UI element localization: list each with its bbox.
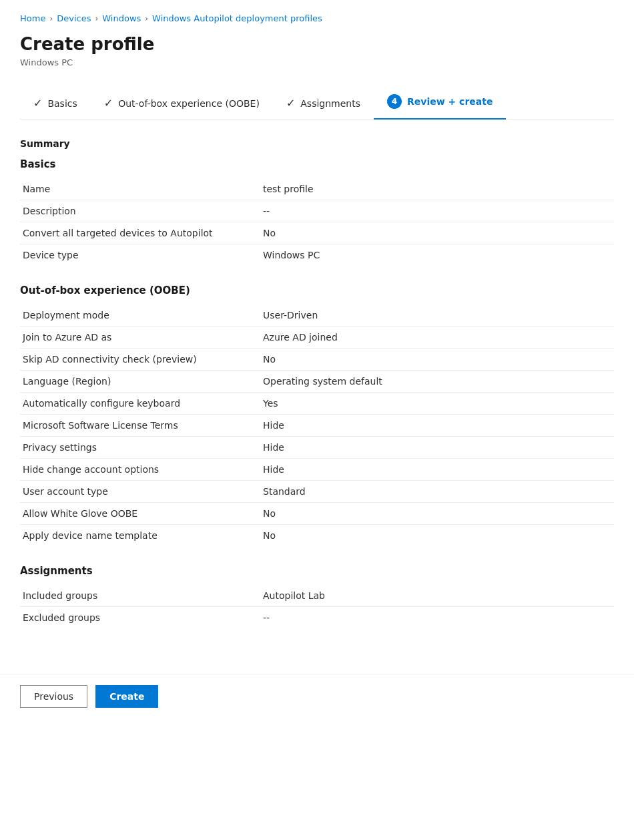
- row-label: Name: [20, 178, 260, 200]
- row-label: Allow White Glove OOBE: [20, 503, 260, 525]
- tab-basics[interactable]: ✓ Basics: [20, 89, 91, 119]
- table-row: Description--: [20, 200, 614, 222]
- basics-table: Nametest profileDescription--Convert all…: [20, 178, 614, 266]
- basics-section-title: Basics: [20, 158, 614, 170]
- row-value: No: [260, 349, 614, 371]
- table-row: Apply device name templateNo: [20, 525, 614, 547]
- assignments-table: Included groupsAutopilot LabExcluded gro…: [20, 585, 614, 628]
- table-row: Language (Region)Operating system defaul…: [20, 371, 614, 393]
- breadcrumb-home[interactable]: Home: [20, 13, 45, 23]
- row-value: Operating system default: [260, 371, 614, 393]
- breadcrumb-sep-3: ›: [145, 14, 148, 23]
- bottom-bar: Previous Create: [0, 674, 634, 718]
- row-value: --: [260, 200, 614, 222]
- row-value: No: [260, 525, 614, 547]
- tab-oobe[interactable]: ✓ Out-of-box experience (OOBE): [91, 89, 273, 119]
- table-row: Included groupsAutopilot Lab: [20, 585, 614, 607]
- previous-button[interactable]: Previous: [20, 685, 87, 708]
- table-row: Excluded groups--: [20, 607, 614, 629]
- oobe-section: Out-of-box experience (OOBE) Deployment …: [20, 284, 614, 546]
- row-value: Azure AD joined: [260, 327, 614, 349]
- tab-review[interactable]: 4 Review + create: [374, 86, 506, 120]
- table-row: User account typeStandard: [20, 481, 614, 503]
- breadcrumb-profiles[interactable]: Windows Autopilot deployment profiles: [152, 13, 322, 23]
- table-row: Skip AD connectivity check (preview)No: [20, 349, 614, 371]
- row-label: Apply device name template: [20, 525, 260, 547]
- tab-review-label: Review + create: [407, 96, 493, 107]
- table-row: Deployment modeUser-Driven: [20, 304, 614, 327]
- table-row: Hide change account optionsHide: [20, 459, 614, 481]
- breadcrumb: Home › Devices › Windows › Windows Autop…: [20, 13, 614, 23]
- tab-oobe-label: Out-of-box experience (OOBE): [118, 98, 260, 109]
- row-value: Hide: [260, 415, 614, 437]
- assignments-section-title: Assignments: [20, 565, 614, 577]
- row-label: Included groups: [20, 585, 260, 607]
- row-label: User account type: [20, 481, 260, 503]
- breadcrumb-sep-2: ›: [95, 14, 98, 23]
- table-row: Convert all targeted devices to Autopilo…: [20, 222, 614, 244]
- summary-label: Summary: [20, 138, 614, 149]
- basics-check-icon: ✓: [33, 97, 42, 110]
- row-label: Device type: [20, 244, 260, 266]
- tab-assignments[interactable]: ✓ Assignments: [273, 89, 374, 119]
- review-step-number: 4: [387, 94, 402, 109]
- row-label: Convert all targeted devices to Autopilo…: [20, 222, 260, 244]
- row-value: Hide: [260, 437, 614, 459]
- row-label: Privacy settings: [20, 437, 260, 459]
- tab-basics-label: Basics: [47, 98, 77, 109]
- table-row: Nametest profile: [20, 178, 614, 200]
- row-value: User-Driven: [260, 304, 614, 327]
- row-value: test profile: [260, 178, 614, 200]
- table-row: Device typeWindows PC: [20, 244, 614, 266]
- oobe-table: Deployment modeUser-DrivenJoin to Azure …: [20, 304, 614, 546]
- row-value: Windows PC: [260, 244, 614, 266]
- row-value: No: [260, 222, 614, 244]
- assignments-check-icon: ✓: [286, 97, 295, 110]
- row-label: Excluded groups: [20, 607, 260, 629]
- table-row: Join to Azure AD asAzure AD joined: [20, 327, 614, 349]
- row-label: Hide change account options: [20, 459, 260, 481]
- table-row: Allow White Glove OOBENo: [20, 503, 614, 525]
- breadcrumb-sep-1: ›: [49, 14, 53, 23]
- row-value: Standard: [260, 481, 614, 503]
- basics-section: Basics Nametest profileDescription--Conv…: [20, 158, 614, 266]
- row-value: Yes: [260, 393, 614, 415]
- row-label: Join to Azure AD as: [20, 327, 260, 349]
- row-label: Automatically configure keyboard: [20, 393, 260, 415]
- page-title: Create profile: [20, 34, 614, 55]
- table-row: Privacy settingsHide: [20, 437, 614, 459]
- breadcrumb-devices[interactable]: Devices: [57, 13, 91, 23]
- table-row: Automatically configure keyboardYes: [20, 393, 614, 415]
- row-value: Hide: [260, 459, 614, 481]
- row-label: Microsoft Software License Terms: [20, 415, 260, 437]
- page-subtitle: Windows PC: [20, 57, 614, 67]
- create-button[interactable]: Create: [95, 685, 158, 708]
- assignments-section: Assignments Included groupsAutopilot Lab…: [20, 565, 614, 628]
- row-label: Deployment mode: [20, 304, 260, 327]
- tab-assignments-label: Assignments: [300, 98, 360, 109]
- row-value: --: [260, 607, 614, 629]
- oobe-check-icon: ✓: [104, 97, 113, 110]
- table-row: Microsoft Software License TermsHide: [20, 415, 614, 437]
- breadcrumb-windows[interactable]: Windows: [102, 13, 141, 23]
- row-label: Description: [20, 200, 260, 222]
- wizard-steps: ✓ Basics ✓ Out-of-box experience (OOBE) …: [20, 86, 614, 120]
- oobe-section-title: Out-of-box experience (OOBE): [20, 284, 614, 296]
- row-label: Language (Region): [20, 371, 260, 393]
- row-value: Autopilot Lab: [260, 585, 614, 607]
- row-label: Skip AD connectivity check (preview): [20, 349, 260, 371]
- row-value: No: [260, 503, 614, 525]
